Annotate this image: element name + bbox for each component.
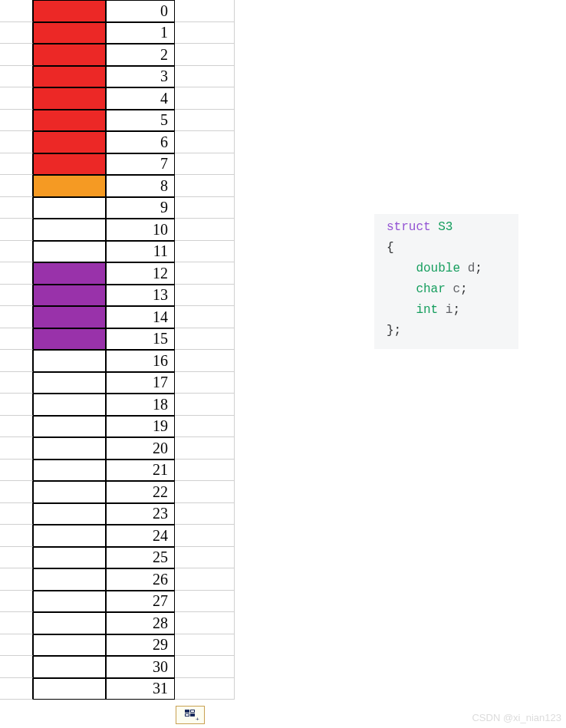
table-row: 20 [0, 437, 235, 460]
memory-byte-cell [33, 481, 106, 503]
tail-cell [175, 175, 235, 197]
memory-byte-cell [33, 153, 106, 176]
table-row: 8 [0, 175, 235, 197]
table-row: 29 [0, 634, 235, 657]
tail-cell [175, 22, 235, 44]
index-cell: 20 [106, 437, 175, 460]
index-cell: 6 [106, 131, 175, 153]
table-row: 1 [0, 22, 235, 44]
table-row: 9 [0, 197, 235, 219]
table-row: 22 [0, 481, 235, 503]
index-cell: 14 [106, 306, 175, 328]
tail-cell [175, 547, 235, 569]
tail-cell [175, 394, 235, 416]
type-name: S3 [438, 220, 452, 234]
gutter-cell [0, 110, 33, 132]
memory-byte-cell [33, 656, 106, 678]
index-cell: 11 [106, 241, 175, 263]
memory-byte-cell [33, 219, 106, 241]
tail-cell [175, 568, 235, 591]
tail-cell [175, 262, 235, 285]
memory-byte-cell [33, 437, 106, 460]
memory-byte-cell [33, 568, 106, 591]
gutter-cell [0, 0, 33, 22]
watermark: CSDN @xi_nian123 [472, 712, 561, 723]
index-cell: 9 [106, 197, 175, 219]
tail-cell [175, 219, 235, 241]
gutter-cell [0, 328, 33, 351]
tail-cell [175, 131, 235, 153]
table-row: 11 [0, 241, 235, 263]
table-row: 12 [0, 262, 235, 285]
memory-byte-cell [33, 110, 106, 132]
gutter-cell [0, 241, 33, 263]
code-line: double d; [387, 259, 506, 279]
code-block: struct S3 { double d; char c; int i; }; [374, 214, 518, 349]
index-cell: 4 [106, 87, 175, 110]
tail-cell [175, 525, 235, 547]
index-cell: 1 [106, 22, 175, 44]
index-cell: 22 [106, 481, 175, 503]
tail-cell [175, 416, 235, 438]
table-row: 18 [0, 394, 235, 416]
table-row: 28 [0, 612, 235, 634]
table-row: 25 [0, 547, 235, 569]
index-cell: 0 [106, 0, 175, 22]
index-cell: 24 [106, 525, 175, 547]
gutter-cell [0, 612, 33, 634]
index-cell: 25 [106, 547, 175, 569]
gutter-cell [0, 634, 33, 657]
table-row: 13 [0, 285, 235, 307]
tail-cell [175, 306, 235, 328]
memory-byte-cell [33, 634, 106, 657]
memory-byte-cell [33, 547, 106, 569]
memory-byte-cell [33, 678, 106, 700]
table-row: 3 [0, 66, 235, 88]
tail-cell [175, 612, 235, 634]
memory-byte-cell [33, 350, 106, 372]
gutter-cell [0, 175, 33, 197]
index-cell: 15 [106, 328, 175, 351]
index-cell: 12 [106, 262, 175, 285]
index-cell: 26 [106, 568, 175, 591]
memory-byte-cell [33, 416, 106, 438]
table-row: 7 [0, 153, 235, 176]
gutter-cell [0, 87, 33, 110]
memory-layout-grid: 0123456789101112131415161718192021222324… [0, 0, 235, 700]
index-cell: 10 [106, 219, 175, 241]
tail-cell [175, 678, 235, 700]
memory-byte-cell [33, 328, 106, 351]
table-row: 27 [0, 591, 235, 613]
fill-handle-icon: + [185, 710, 196, 720]
table-row: 5 [0, 110, 235, 132]
tail-cell [175, 285, 235, 307]
index-cell: 7 [106, 153, 175, 176]
memory-byte-cell [33, 44, 106, 66]
table-row: 19 [0, 416, 235, 438]
tail-cell [175, 437, 235, 460]
gutter-cell [0, 66, 33, 88]
memory-byte-cell [33, 66, 106, 88]
index-cell: 27 [106, 591, 175, 613]
code-line: int i; [387, 300, 506, 321]
table-row: 0 [0, 0, 235, 22]
gutter-cell [0, 460, 33, 482]
memory-byte-cell [33, 372, 106, 394]
gutter-cell [0, 306, 33, 328]
code-line: char c; [387, 279, 506, 300]
memory-byte-cell [33, 306, 106, 328]
tail-cell [175, 328, 235, 351]
table-row: 2 [0, 44, 235, 66]
gutter-cell [0, 153, 33, 176]
memory-byte-cell [33, 87, 106, 110]
memory-byte-cell [33, 0, 106, 22]
fill-handle-button[interactable]: + [176, 706, 205, 724]
index-cell: 30 [106, 656, 175, 678]
gutter-cell [0, 372, 33, 394]
memory-byte-cell [33, 175, 106, 197]
gutter-cell [0, 656, 33, 678]
tail-cell [175, 503, 235, 525]
memory-byte-cell [33, 285, 106, 307]
tail-cell [175, 0, 235, 22]
gutter-cell [0, 591, 33, 613]
